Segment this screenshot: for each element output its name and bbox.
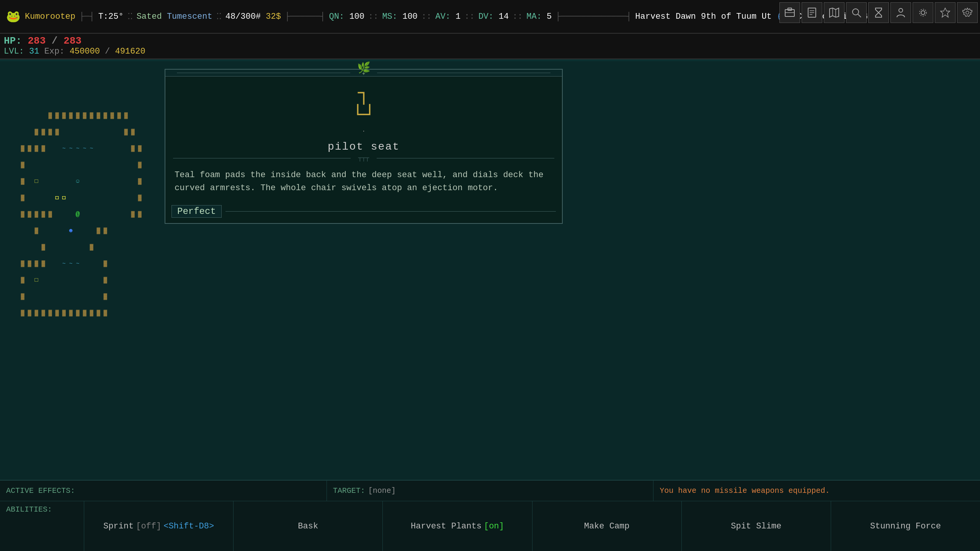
abilities-row: ABILITIES: Sprint [off] <Shift-D8> Bask … <box>0 501 980 551</box>
svg-point-18 <box>921 11 925 15</box>
bottom-section: ACTIVE EFFECTS: TARGET: [none] You have … <box>0 480 980 551</box>
top-right-icons <box>779 2 978 23</box>
settings-icon[interactable] <box>913 2 933 23</box>
character-icon: 🐸 <box>4 8 23 25</box>
ability-sprint-status: [off] <box>136 522 161 531</box>
ability-stunning-force[interactable]: Stunning Force <box>831 501 980 551</box>
character-sheet-icon[interactable] <box>802 2 822 23</box>
div-av: :: <box>420 12 433 21</box>
ability-sprint-key: <Shift-D8> <box>163 522 214 531</box>
ability-harvest-name: Harvest Plants <box>411 522 482 531</box>
item-icon-detail: · <box>362 128 366 135</box>
popup-divider: ┬┬┬ <box>165 155 562 161</box>
gear-icon[interactable] <box>957 2 978 23</box>
ms-stat: MS: 100 <box>380 8 420 25</box>
ability-sprint-name: Sprint <box>103 522 134 531</box>
qn-stat: QN: 100 <box>327 8 367 25</box>
popup-quality: Perfect <box>165 203 562 223</box>
active-effects-label: ACTIVE EFFECTS: <box>6 486 75 495</box>
hp-display: HP: 283 / 283 <box>4 35 976 47</box>
player-icon[interactable] <box>890 2 911 23</box>
game-area: ▓▓▓▓▓▓▓▓▓▓▓▓ ▓▓▓▓ ▓▓ ▓▓▓▓ ~~~~~ ▓▓ ▓ ▓ ▓… <box>0 61 980 480</box>
character-name: Kumorootep <box>23 8 78 25</box>
ability-make-camp[interactable]: Make Camp <box>532 501 682 551</box>
location-time: Harvest Dawn 9th of Tuum Ut <box>633 8 774 25</box>
ability-harvest-status: [on] <box>484 522 504 531</box>
divider4: ├──────┤ <box>283 12 327 21</box>
svg-point-17 <box>899 8 903 12</box>
ability-sprint[interactable]: Sprint [off] <Shift-D8> <box>84 501 234 551</box>
item-popup: 🌿 ✦ ┐└┘ · pilot seat ┬┬┬ Teal foam pads … <box>165 69 563 224</box>
div-ms: :: <box>367 12 380 21</box>
item-icon: ┐└┘ <box>352 83 376 126</box>
divider3: ⁚⁚ <box>215 11 223 22</box>
div-dv: :: <box>463 12 476 21</box>
target-cell: TARGET: [none] <box>327 481 654 501</box>
abilities-label-cell: ABILITIES: <box>0 501 84 551</box>
svg-point-20 <box>966 11 969 14</box>
status-sated: Sated Tumescent <box>134 8 215 25</box>
status-row: ACTIVE EFFECTS: TARGET: [none] You have … <box>0 481 980 501</box>
inventory-icon[interactable] <box>779 2 800 23</box>
divider2: ⁚⁚ <box>126 11 134 22</box>
popup-item-name: pilot seat <box>165 139 562 155</box>
dv-stat: DV: 14 <box>476 8 511 25</box>
quality-line <box>225 211 556 212</box>
div-ma: :: <box>511 12 524 21</box>
divider5: ├─────────────┤ <box>554 12 633 21</box>
svg-point-15 <box>853 9 859 15</box>
target-label: TARGET: <box>333 486 365 495</box>
hp-lvl-bar: HP: 283 / 283 LVL: 31 Exp: 450000 / 4916… <box>0 34 980 59</box>
abilities-icon[interactable] <box>935 2 956 23</box>
active-effects-cell: ACTIVE EFFECTS: <box>0 481 327 501</box>
popup-description: Teal foam pads the inside back and the d… <box>165 161 562 202</box>
ability-spitslime-name: Spit Slime <box>731 522 781 531</box>
ability-spit-slime[interactable]: Spit Slime <box>682 501 831 551</box>
temperature: T:25° <box>96 8 126 25</box>
divider1: ├─┤ <box>78 12 96 21</box>
ability-stunforce-name: Stunning Force <box>870 522 941 531</box>
svg-marker-12 <box>830 8 839 17</box>
quality-label: Perfect <box>172 205 222 218</box>
abilities-label: ABILITIES: <box>6 505 52 514</box>
ability-bask-name: Bask <box>298 522 318 531</box>
ma-stat: MA: 5 <box>524 8 554 25</box>
av-stat: AV: 1 <box>433 8 463 25</box>
ability-harvest-plants[interactable]: Harvest Plants [on] <box>383 501 532 551</box>
timer-icon[interactable] <box>868 2 889 23</box>
search-icon[interactable] <box>846 2 867 23</box>
missile-label: You have no missile weapons equipped. <box>660 486 830 495</box>
svg-point-19 <box>920 9 926 16</box>
map-icon[interactable] <box>824 2 844 23</box>
popup-icon-area: ┐└┘ · <box>165 77 562 139</box>
target-value: [none] <box>368 486 396 495</box>
weight-gold: 48/300# 32$ <box>223 8 283 25</box>
missile-cell: You have no missile weapons equipped. <box>653 481 980 501</box>
svg-line-16 <box>858 14 861 17</box>
popup-tree-decoration: 🌿 <box>357 61 371 74</box>
lvl-display: LVL: 31 Exp: 450000 / 491620 <box>4 47 976 56</box>
ability-makecamp-name: Make Camp <box>584 522 630 531</box>
ability-bask[interactable]: Bask <box>234 501 383 551</box>
